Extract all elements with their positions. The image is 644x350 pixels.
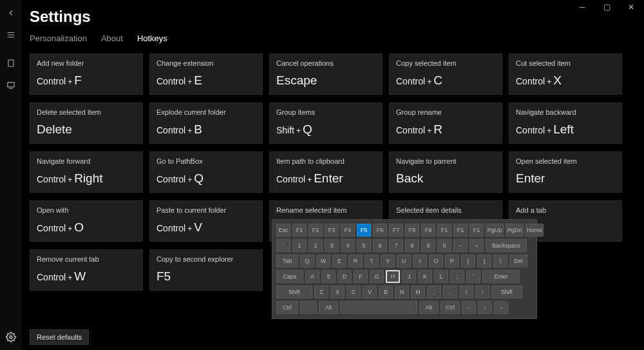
keyboard-key[interactable]: O <box>429 255 443 267</box>
keyboard-key[interactable]: 0 <box>437 239 451 252</box>
keyboard-key[interactable]: Ctrl <box>276 301 298 314</box>
keyboard-key[interactable]: ] <box>477 255 491 267</box>
tab-personalization[interactable]: Personalization <box>30 34 87 46</box>
keyboard-key[interactable]: L <box>434 270 448 283</box>
keyboard-key[interactable]: F2 <box>308 224 323 237</box>
keyboard-key[interactable]: Esc <box>276 224 290 237</box>
keyboard-key[interactable]: F4 <box>341 224 355 237</box>
keyboard-key[interactable]: N <box>395 286 409 298</box>
keyboard-key[interactable]: F8 <box>405 224 419 237</box>
hotkey-card[interactable]: Cancel operationsEscape <box>269 53 383 95</box>
keyboard-key[interactable]: U <box>397 255 411 267</box>
keyboard-key[interactable]: M <box>411 286 425 298</box>
hotkey-card[interactable]: Go to PathBoxControl+Q <box>149 151 263 193</box>
keyboard-key[interactable]: F1 <box>469 224 484 237</box>
hotkey-card[interactable]: Group itemsShift+Q <box>269 102 383 144</box>
keyboard-key[interactable]: - <box>453 239 468 252</box>
keyboard-key[interactable]: PgUp <box>486 224 504 237</box>
keyboard-key[interactable]: P <box>445 255 459 267</box>
keyboard-key[interactable]: F1 <box>453 224 468 237</box>
keyboard-key[interactable]: 2 <box>308 239 323 252</box>
reset-defaults-button[interactable]: Reset defaults <box>30 329 89 345</box>
monitor-icon[interactable] <box>6 80 16 90</box>
keyboard-key[interactable]: Y <box>381 255 395 267</box>
keyboard-key[interactable]: ← <box>462 301 476 314</box>
keyboard-key[interactable]: X <box>330 286 345 298</box>
keyboard-key[interactable]: F1 <box>292 224 307 237</box>
hotkey-card[interactable]: Explode current folderControl+B <box>149 102 263 144</box>
keyboard-key[interactable]: Enter <box>482 270 520 283</box>
keyboard-key[interactable]: Ctrl <box>440 301 460 314</box>
keyboard-key[interactable]: Home <box>526 224 544 237</box>
keyboard-key[interactable]: ↓ <box>478 301 492 314</box>
keyboard-key[interactable]: ↑ <box>475 286 489 298</box>
keyboard-key[interactable]: T <box>365 255 379 267</box>
hotkey-card[interactable]: Navigate backwardControl+Left <box>509 102 622 144</box>
keyboard-key[interactable]: R <box>348 255 363 267</box>
hotkey-card[interactable]: Add new folderControl+F <box>30 53 143 95</box>
tab-hotkeys[interactable]: Hotkeys <box>137 34 167 46</box>
keyboard-key[interactable]: 7 <box>389 239 403 252</box>
keyboard-key[interactable]: F9 <box>421 224 435 237</box>
keyboard-key[interactable]: Del <box>509 255 527 267</box>
keyboard-key[interactable]: 3 <box>325 239 339 252</box>
keyboard-key[interactable]: ` <box>276 239 290 252</box>
keyboard-key[interactable]: , <box>427 286 441 298</box>
tablet-icon[interactable] <box>6 58 16 68</box>
hotkey-card[interactable]: Group renameControl+R <box>389 102 502 144</box>
keyboard-key[interactable]: Tab <box>276 255 298 267</box>
keyboard-key[interactable]: 5 <box>357 239 371 252</box>
hotkey-card[interactable]: Navigate forwardControl+Right <box>30 151 143 193</box>
keyboard-key[interactable]: Shift <box>276 286 312 298</box>
back-icon[interactable] <box>6 8 16 18</box>
keyboard-key[interactable]: Backspace <box>486 239 527 252</box>
keyboard-key[interactable]: B <box>379 286 393 298</box>
keyboard-key[interactable]: C <box>346 286 361 298</box>
keyboard-key[interactable]: Caps <box>276 270 303 283</box>
keyboard-key[interactable] <box>300 301 317 314</box>
keyboard-key[interactable] <box>340 301 417 314</box>
tab-about[interactable]: About <box>101 34 123 46</box>
keyboard-key[interactable]: F6 <box>373 224 387 237</box>
keyboard-key[interactable]: A <box>305 270 319 283</box>
hotkey-card[interactable]: Paste to current folderControl+V <box>149 200 263 242</box>
keyboard-key[interactable]: W <box>316 255 330 267</box>
keyboard-key[interactable]: . <box>443 286 457 298</box>
hamburger-icon[interactable] <box>6 30 16 40</box>
keyboard-key[interactable]: F5 <box>357 224 371 237</box>
keyboard-key[interactable]: 9 <box>421 239 435 252</box>
keyboard-key[interactable]: 4 <box>341 239 355 252</box>
keyboard-key[interactable]: I <box>413 255 427 267</box>
keyboard-key[interactable]: PgDn <box>506 224 524 237</box>
hotkey-card[interactable]: Cut selected itemControl+X <box>509 53 622 95</box>
hotkey-card[interactable]: Remove current tabControl+W <box>30 249 143 291</box>
hotkey-card[interactable]: Delete selected itemDelete <box>30 102 143 144</box>
keyboard-key[interactable]: = <box>469 239 484 252</box>
keyboard-key[interactable]: [ <box>461 255 475 267</box>
hotkey-card[interactable]: Copy to second explorerF5 <box>149 249 263 291</box>
keyboard-key[interactable]: 1 <box>292 239 307 252</box>
keyboard-key[interactable]: K <box>418 270 432 283</box>
keyboard-key[interactable]: / <box>459 286 473 298</box>
hotkey-card[interactable]: Open withControl+O <box>30 200 143 242</box>
keyboard-key[interactable]: F7 <box>389 224 403 237</box>
keyboard-key[interactable]: E <box>332 255 346 267</box>
keyboard-key[interactable]: F <box>354 270 368 283</box>
hotkey-card[interactable]: Change extensionControl+E <box>149 53 263 95</box>
keyboard-key[interactable]: Q <box>300 255 314 267</box>
keyboard-key[interactable]: V <box>363 286 377 298</box>
keyboard-key[interactable]: Shift <box>491 286 522 298</box>
hotkey-card[interactable]: Navigate to parrentBack <box>389 151 502 193</box>
hotkey-card[interactable]: Copy selected itemControl+C <box>389 53 502 95</box>
hotkey-card[interactable]: Item path to clipboardControl+Enter <box>269 151 383 193</box>
gear-icon[interactable] <box>5 331 17 344</box>
hotkey-card[interactable]: Open selected itemEnter <box>509 151 622 193</box>
keyboard-key[interactable]: Alt <box>319 301 338 314</box>
keyboard-key[interactable]: S <box>321 270 336 283</box>
keyboard-key[interactable]: Z <box>314 286 328 298</box>
keyboard-key[interactable]: H <box>386 270 400 283</box>
keyboard-key[interactable]: \ <box>493 255 507 267</box>
keyboard-key[interactable]: F3 <box>325 224 339 237</box>
keyboard-key[interactable]: F1 <box>437 224 451 237</box>
keyboard-key[interactable]: ; <box>450 270 464 283</box>
